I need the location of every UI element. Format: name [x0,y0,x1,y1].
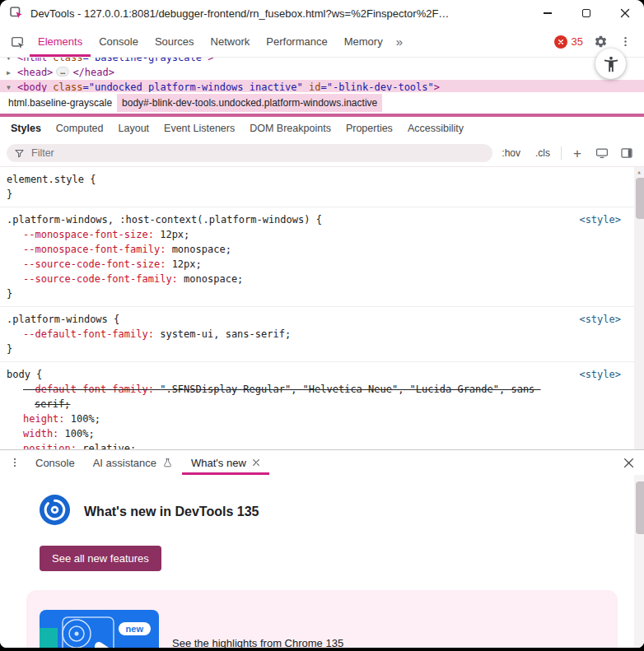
highlights-thumbnail[interactable]: new [40,610,159,648]
tab-network[interactable]: Network [203,26,259,57]
tab-console[interactable]: Console [91,26,147,57]
css-rule[interactable]: .platform-windows, :host-context(.platfo… [0,207,644,307]
styles-filter-input[interactable] [7,144,492,162]
dom-node-head[interactable]: ▶<head>…</head> [7,65,644,80]
tab-styles[interactable]: Styles [3,117,49,140]
dom-expand-button[interactable]: … [56,67,69,77]
close-tab-icon[interactable] [252,458,260,467]
rendering-emulations-button[interactable] [591,142,613,164]
tab-properties[interactable]: Properties [338,117,400,140]
whats-new-panel: What's new in DevTools 135 See all new f… [0,475,644,648]
drawer-tabbar: Console AI assistance What's new [0,449,644,475]
tab-computed[interactable]: Computed [49,117,111,140]
breadcrumb-item-body[interactable]: body#-blink-dev-tools.undocked.platform-… [117,94,382,112]
maximize-button[interactable] [567,0,605,26]
tab-elements[interactable]: Elements [30,26,91,57]
rule-selector: .platform-windows, :host-context(.platfo… [7,212,637,227]
dom-node-body-selected[interactable]: ▼<body class="undocked platform-windows … [0,80,644,92]
css-declaration[interactable]: height: 100%; [7,412,546,426]
scrollbar-thumb[interactable] [636,178,644,219]
rule-selector: body { [7,367,637,382]
style-source-link[interactable]: <style> [579,367,621,382]
css-declaration[interactable]: width: 100%; [7,426,546,441]
css-value: 12px; [172,258,202,270]
breadcrumb: html.baseline-grayscale body#-blink-dev-… [0,92,644,115]
collapsed-arrow-icon[interactable]: ▶ [7,66,17,81]
whats-new-title: What's new in DevTools 135 [84,505,259,519]
maximize-icon [582,9,590,17]
css-property: height: [23,413,65,425]
body-class-attr-value: ="undocked platform-windows inactive" [82,81,302,92]
main-toolbar: Elements Console Sources Network Perform… [0,26,644,58]
inspect-cursor-icon [10,35,25,49]
accessibility-overlay-button[interactable] [595,49,626,79]
css-property: --source-code-font-family: [23,273,178,285]
toggle-element-state-button[interactable]: :hov [496,144,526,162]
toggle-sidebar-button[interactable] [616,142,637,164]
devtools-favicon [10,6,23,21]
highlights-card-text: See the highlights from Chrome 135 [172,637,343,649]
styles-pane: element.style { } .platform-windows, :ho… [0,167,644,449]
css-property: --monospace-font-size: [23,229,154,240]
breadcrumb-item-html[interactable]: html.baseline-grayscale [3,94,117,112]
drawer-menu-button[interactable] [3,450,26,475]
minimize-button[interactable] [528,0,567,26]
kebab-menu-icon [9,457,21,468]
tab-performance[interactable]: Performance [258,26,335,57]
css-declaration[interactable]: --default-font-family: system-ui, sans-s… [7,327,546,342]
rule-close-brace: } [7,187,637,202]
close-window-button[interactable] [605,0,644,26]
css-property: --monospace-font-family: [23,244,166,255]
tab-dom-breakpoints[interactable]: DOM Breakpoints [242,117,338,140]
new-style-rule-button[interactable]: + [567,142,588,164]
close-icon [620,8,630,18]
tab-sources[interactable]: Sources [147,26,203,57]
window-titlebar: DevTools - 127.0.0.1:8081/debugger-front… [0,0,644,26]
close-drawer-button[interactable] [616,450,641,475]
new-badge: new [119,622,151,635]
more-panels-button[interactable]: » [391,26,408,57]
body-tag-open: <body [17,81,47,92]
body-id-attr-value: ="-blink-dev-tools" [320,81,433,92]
error-count: 35 [572,35,583,48]
scroll-up-arrow-icon[interactable]: ▲ [634,167,644,177]
css-declaration[interactable]: position: relative; [7,441,546,449]
console-error-counter[interactable]: 35 [549,26,588,57]
drawer-tab-whats-new[interactable]: What's new [182,450,269,475]
scrollbar-thumb[interactable] [636,481,644,534]
drawer-tab-ai-assistance[interactable]: AI assistance [84,450,182,475]
drawer-tab-console[interactable]: Console [26,450,84,475]
element-classes-button[interactable]: .cls [530,144,556,162]
style-source-link[interactable]: <style> [579,312,621,327]
inspect-element-button[interactable] [5,26,30,57]
html-tag-open: <html [17,58,47,63]
styles-scrollbar[interactable]: ▲ [634,167,644,449]
styles-toolbar: :hov .cls + [0,140,644,167]
highlights-card[interactable]: new See the highlights from Chrome 135 [26,590,618,648]
tab-memory[interactable]: Memory [336,26,391,57]
style-source-link[interactable]: <style> [579,212,621,227]
rule-selector: element.style { [7,172,637,187]
css-declaration[interactable]: --source-code-font-size: 12px; [7,257,546,272]
body-class-attr-name: class [53,81,82,92]
css-declaration[interactable]: --source-code-font-family: monospace; [7,272,546,286]
css-rule[interactable]: body { <style> --default-font-family: ".… [0,362,644,449]
css-declaration-overridden[interactable]: --default-font-family: ".SFNSDisplay-Reg… [7,382,546,412]
css-rule[interactable]: .platform-windows { <style> --default-fo… [0,307,644,362]
tab-accessibility[interactable]: Accessibility [400,117,471,140]
css-declaration[interactable]: --monospace-font-size: 12px; [7,227,546,242]
tab-layout[interactable]: Layout [111,117,157,140]
drawer-scrollbar[interactable] [634,475,644,648]
filter-funnel-icon [14,147,25,162]
inline-style-rule[interactable]: element.style { } [0,167,644,207]
expanded-arrow-icon[interactable]: ▼ [7,81,17,92]
see-all-new-features-button[interactable]: See all new features [40,546,161,571]
gear-icon [594,35,608,49]
tab-event-listeners[interactable]: Event Listeners [156,117,242,140]
css-declaration[interactable]: --monospace-font-family: monospace; [7,242,546,257]
dom-node-html[interactable]: ▼<html class="baseline-grayscale"> [7,58,644,65]
html-attr-value: ="baseline-grayscale" [82,58,208,63]
styles-filter-box [7,144,492,162]
rule-selector: .platform-windows { [7,312,637,327]
devtools-window: DevTools - 127.0.0.1:8081/debugger-front… [0,0,644,648]
